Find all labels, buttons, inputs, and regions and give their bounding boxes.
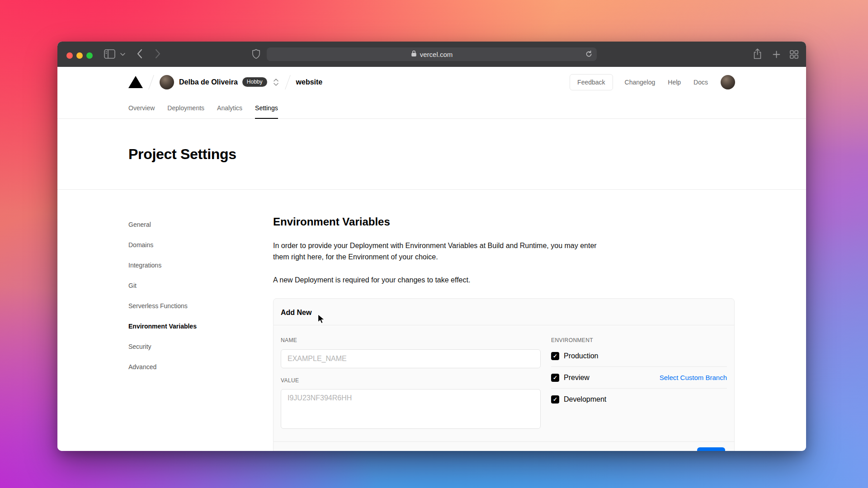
team-avatar[interactable] <box>160 75 174 89</box>
tab-overview-icon[interactable] <box>790 50 798 59</box>
lock-icon <box>411 50 417 59</box>
sidebar-item-git[interactable]: Git <box>128 275 255 296</box>
tab-settings[interactable]: Settings <box>255 97 278 118</box>
production-checkbox[interactable]: ✓ <box>551 352 559 360</box>
project-name[interactable]: website <box>296 78 323 86</box>
preview-checkbox[interactable]: ✓ <box>551 374 559 382</box>
changelog-link[interactable]: Changelog <box>625 79 656 86</box>
sidebar-item-environment-variables[interactable]: Environment Variables <box>128 316 255 336</box>
select-custom-branch-link[interactable]: Select Custom Branch <box>660 374 727 381</box>
new-tab-icon[interactable] <box>773 51 780 58</box>
browser-window: vercel.com <box>57 42 806 451</box>
tab-deployments[interactable]: Deployments <box>167 97 204 118</box>
sidebar-item-domains[interactable]: Domains <box>128 235 255 255</box>
section-description: In order to provide your Deployment with… <box>273 240 612 263</box>
scope-selector-icon[interactable] <box>273 78 279 87</box>
vercel-logo-icon[interactable] <box>128 76 143 88</box>
name-label: NAME <box>281 337 541 343</box>
environment-row-development: ✓ Development <box>551 389 727 410</box>
name-input[interactable] <box>281 349 541 368</box>
privacy-shield-icon[interactable] <box>252 49 260 59</box>
preview-label: Preview <box>564 374 590 382</box>
zoom-window-button[interactable] <box>86 52 93 59</box>
sidebar-item-integrations[interactable]: Integrations <box>128 255 255 275</box>
environment-label: ENVIRONMENT <box>551 337 727 343</box>
sidebar-item-general[interactable]: General <box>128 214 255 235</box>
tab-analytics[interactable]: Analytics <box>217 97 242 118</box>
dashboard-header: Delba de Oliveira Hobby website Feedback… <box>57 67 806 97</box>
sidebar-chevron-down-icon[interactable] <box>120 53 125 56</box>
sidebar-item-advanced[interactable]: Advanced <box>128 357 255 377</box>
add-new-card: Add New NAME VALUE ENVIRONMENT <box>273 298 735 451</box>
docs-link[interactable]: Docs <box>693 79 708 86</box>
plan-badge: Hobby <box>242 77 267 87</box>
value-textarea[interactable] <box>281 389 541 429</box>
forward-icon <box>155 49 160 59</box>
address-bar[interactable]: vercel.com <box>267 47 597 61</box>
user-avatar[interactable] <box>721 75 735 89</box>
card-title: Add New <box>281 309 311 316</box>
sidebar-toggle-icon[interactable] <box>104 49 115 59</box>
section-heading: Environment Variables <box>273 216 735 228</box>
address-text: vercel.com <box>420 51 453 58</box>
development-checkbox[interactable]: ✓ <box>551 395 559 404</box>
card-footer <box>274 441 734 451</box>
sidebar-item-security[interactable]: Security <box>128 336 255 357</box>
tab-overview[interactable]: Overview <box>128 97 155 118</box>
settings-main: Environment Variables In order to provid… <box>273 190 806 451</box>
browser-toolbar: vercel.com <box>57 42 806 67</box>
section-note: A new Deployment is required for your ch… <box>273 274 735 286</box>
team-name[interactable]: Delba de Oliveira <box>179 78 238 86</box>
production-label: Production <box>564 352 599 360</box>
back-icon[interactable] <box>137 49 142 59</box>
feedback-button[interactable]: Feedback <box>570 74 613 90</box>
close-window-button[interactable] <box>66 52 73 59</box>
breadcrumb-slash <box>285 75 291 89</box>
reload-icon[interactable] <box>585 50 593 60</box>
breadcrumb-slash <box>148 75 154 89</box>
environment-row-production: ✓ Production <box>551 345 727 367</box>
value-label: VALUE <box>281 377 541 384</box>
share-icon[interactable] <box>753 48 762 60</box>
sidebar-item-serverless-functions[interactable]: Serverless Functions <box>128 296 255 316</box>
help-link[interactable]: Help <box>668 79 681 86</box>
save-button[interactable] <box>697 447 725 451</box>
desktop-background: vercel.com <box>0 0 868 488</box>
development-label: Development <box>564 395 606 404</box>
environment-row-preview: ✓ Preview Select Custom Branch <box>551 367 727 389</box>
page-title-band: Project Settings <box>57 119 806 190</box>
page-title: Project Settings <box>128 146 236 163</box>
settings-sidebar: General Domains Integrations Git Serverl… <box>57 190 273 451</box>
mouse-cursor <box>317 314 326 325</box>
card-header: Add New <box>274 299 734 325</box>
vercel-site: Delba de Oliveira Hobby website Feedback… <box>57 67 806 451</box>
minimize-window-button[interactable] <box>76 52 83 59</box>
project-tabs: Overview Deployments Analytics Settings <box>57 97 806 119</box>
